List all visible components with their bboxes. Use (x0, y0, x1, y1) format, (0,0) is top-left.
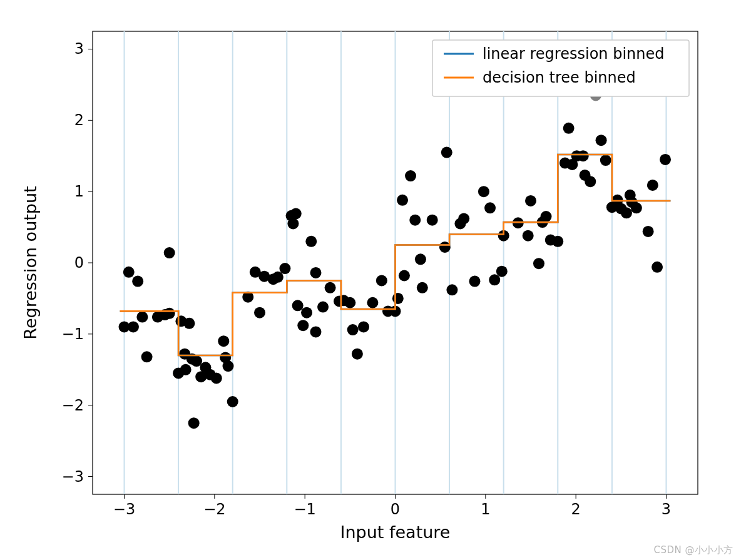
scatter-point (180, 364, 192, 375)
watermark: CSDN @小小小方 (653, 544, 733, 556)
scatter-point (141, 351, 153, 362)
scatter-point (484, 202, 496, 213)
scatter-point (643, 226, 654, 237)
scatter-point (563, 123, 575, 134)
y-tick-label: 3 (74, 40, 84, 58)
scatter-point (222, 360, 233, 372)
x-tick-label: −2 (203, 501, 225, 518)
y-tick-label: −3 (62, 468, 84, 486)
scatter-point (347, 324, 359, 335)
scatter-point (392, 293, 404, 304)
scatter-point (399, 270, 410, 281)
scatter-point (441, 147, 452, 158)
scatter-point (533, 258, 544, 269)
legend-label: linear regression binned (483, 45, 664, 63)
scatter-point (446, 284, 457, 295)
scatter-point (415, 253, 426, 265)
scatter-point (136, 312, 148, 323)
scatter-point (367, 297, 378, 308)
scatter-point (227, 396, 238, 407)
y-tick-label: 1 (74, 183, 84, 200)
scatter-point (254, 307, 265, 318)
scatter-point (397, 195, 408, 206)
scatter-point (305, 236, 317, 247)
y-tick-label: −2 (62, 397, 84, 414)
scatter-point (417, 282, 428, 293)
scatter-point (310, 326, 321, 337)
scatter-point (376, 275, 387, 286)
x-tick-label: 1 (481, 501, 490, 518)
scatter-point (218, 335, 229, 347)
scatter-point (458, 213, 469, 224)
x-tick-label: 0 (391, 501, 400, 518)
scatter-point (292, 300, 304, 311)
scatter-point (317, 302, 329, 313)
scatter-point (310, 267, 321, 278)
scatter-point (585, 176, 596, 187)
x-tick-label: 2 (571, 501, 581, 518)
scatter-point (427, 215, 438, 226)
scatter-point (631, 202, 642, 213)
scatter-point (405, 170, 416, 181)
scatter-point (164, 247, 175, 258)
x-tick-label: −1 (294, 501, 315, 518)
scatter-point (297, 320, 309, 331)
scatter-point (352, 349, 363, 360)
scatter-point (272, 272, 284, 283)
scatter-point (358, 321, 369, 332)
scatter-point (496, 266, 508, 277)
legend-label: decision tree binned (483, 69, 636, 86)
x-tick-label: 3 (662, 501, 671, 518)
scatter-point (344, 297, 355, 308)
scatter-point (523, 230, 534, 242)
scatter-point (290, 208, 302, 219)
x-tick-label: −3 (113, 501, 135, 518)
scatter-point (325, 282, 336, 293)
scatter-point (525, 195, 536, 206)
scatter-point (647, 180, 658, 191)
chart-svg: −3−2−10123−3−2−10123Input featureRegress… (0, 0, 741, 560)
scatter-point (541, 211, 552, 222)
scatter-point (409, 215, 421, 226)
scatter-point (652, 262, 663, 273)
scatter-point (578, 150, 589, 161)
scatter-point (279, 263, 290, 274)
y-tick-label: 0 (74, 254, 84, 272)
scatter-point (188, 417, 200, 429)
scatter-point (596, 135, 607, 146)
scatter-point (660, 154, 671, 165)
figure: −3−2−10123−3−2−10123Input featureRegress… (0, 0, 741, 560)
scatter-point (183, 318, 195, 329)
scatter-point (478, 186, 489, 197)
y-axis-label: Regression output (21, 186, 40, 339)
scatter-point (552, 236, 563, 247)
scatter-point (621, 207, 632, 218)
scatter-point (191, 355, 202, 367)
scatter-point (128, 321, 139, 332)
x-axis-label: Input feature (340, 522, 451, 542)
scatter-point (301, 307, 312, 318)
scatter-point (164, 308, 175, 319)
y-tick-label: −1 (62, 325, 84, 343)
scatter-point (469, 276, 481, 287)
scatter-point (211, 372, 222, 384)
scatter-point (600, 155, 611, 166)
scatter-point (489, 274, 500, 285)
scatter-point (132, 276, 143, 287)
scatter-point (123, 267, 135, 278)
y-tick-label: 2 (74, 111, 84, 129)
scatter-point (287, 218, 299, 229)
